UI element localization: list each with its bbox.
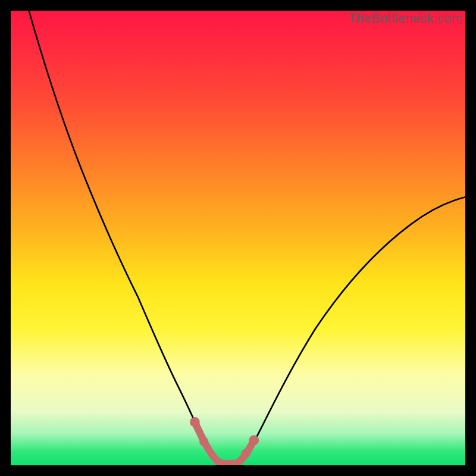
chart-frame: TheBottleneck.com [0, 0, 476, 476]
plot-area [11, 11, 465, 465]
emphasis-dot [241, 449, 250, 458]
emphasis-dot [190, 417, 200, 427]
emphasis-dot [249, 436, 259, 446]
watermark-text: TheBottleneck.com [349, 11, 463, 26]
emphasis-dot [199, 437, 208, 446]
bottleneck-curve-svg [11, 11, 465, 465]
bottleneck-curve-path [29, 11, 465, 463]
